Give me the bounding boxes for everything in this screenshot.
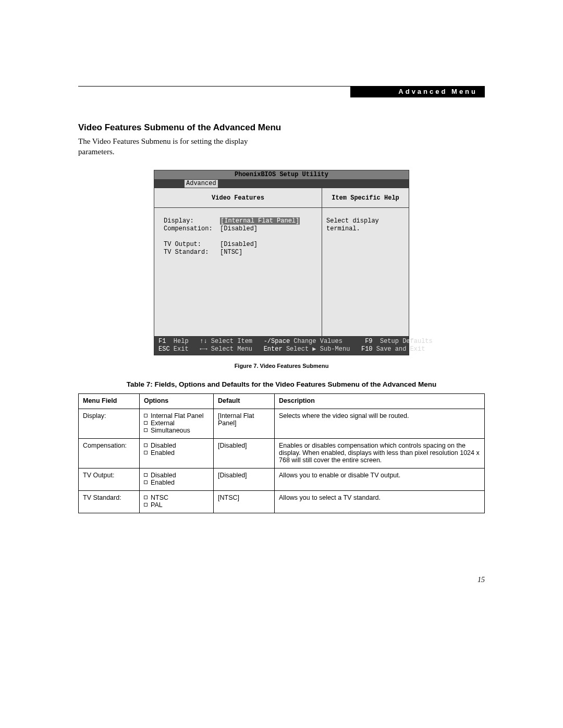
header-section-label: Advanced Menu <box>350 86 485 97</box>
cell-menu-field: Compensation: <box>79 438 140 468</box>
cell-default: [Disabled] <box>214 468 275 490</box>
bios-footer: F1 Help ↑↓ Select Item -/Space Change Va… <box>154 337 409 355</box>
bios-help-text: Select display terminal. <box>322 208 409 336</box>
bios-change-values: Change Values <box>293 338 342 345</box>
cell-options: NTSCPAL <box>140 490 214 513</box>
bios-key-esc: ESC <box>158 346 170 353</box>
cell-default: [Disabled] <box>214 438 275 468</box>
th-default: Default <box>214 393 275 409</box>
bios-row-display-value: [Internal Flat Panel] <box>220 217 300 225</box>
bios-key-f1: F1 <box>158 338 166 345</box>
list-item: Disabled <box>144 442 209 449</box>
cell-description: Selects where the video signal will be r… <box>275 409 485 438</box>
list-item: Disabled <box>144 472 209 479</box>
bios-key-leftright: ←→ <box>200 346 207 353</box>
cell-menu-field: TV Standard: <box>79 490 140 513</box>
bios-key-f9: F9 <box>365 338 372 345</box>
cell-options: DisabledEnabled <box>140 438 214 468</box>
bios-tab-bar: Advanced <box>154 180 409 188</box>
cell-options: DisabledEnabled <box>140 468 214 490</box>
cell-menu-field: Display: <box>79 409 140 438</box>
table-row: TV Standard:NTSCPAL[NTSC]Allows you to s… <box>79 490 485 513</box>
bios-select-submenu: Select ▶ Sub-Menu <box>286 346 350 353</box>
cell-description: Enables or disables compensation which c… <box>275 438 485 468</box>
bios-row-tvoutput-label: TV Output: <box>164 241 201 248</box>
table-row: TV Output:DisabledEnabled[Disabled]Allow… <box>79 468 485 490</box>
cell-default: [NTSC] <box>214 490 275 513</box>
bios-row-display-label: Display: <box>164 217 194 225</box>
list-item: NTSC <box>144 494 209 501</box>
bios-key-updown: ↑↓ <box>200 338 207 345</box>
bios-left-heading: Video Features <box>154 188 322 208</box>
bios-save-exit: Save and Exit <box>376 346 425 353</box>
intro-paragraph: The Video Features Submenu is for settin… <box>78 136 255 157</box>
bios-right-heading: Item Specific Help <box>322 188 409 208</box>
cell-menu-field: TV Output: <box>79 468 140 490</box>
th-description: Description <box>275 393 485 409</box>
list-item: Enabled <box>144 479 209 486</box>
list-item: Internal Flat Panel <box>144 412 209 419</box>
bios-row-tvoutput-value: [Disabled] <box>220 241 258 248</box>
bios-screenshot: PhoenixBIOS Setup Utility Advanced Video… <box>154 170 409 355</box>
th-menu-field: Menu Field <box>79 393 140 409</box>
bios-row-compensation-label: Compensation: <box>164 225 213 232</box>
cell-default: [Internal Flat Panel] <box>214 409 275 438</box>
bios-settings-area: Display: [Internal Flat Panel] Compensat… <box>154 208 322 336</box>
bios-tab-advanced: Advanced <box>185 180 218 188</box>
list-item: External <box>144 419 209 427</box>
bios-key-minus-space: -/Space <box>264 338 290 345</box>
table-header-row: Menu Field Options Default Description <box>79 393 485 409</box>
cell-description: Allows you to select a TV standard. <box>275 490 485 513</box>
page-number: 15 <box>78 576 485 584</box>
bios-title: PhoenixBIOS Setup Utility <box>154 170 409 180</box>
table-title: Table 7: Fields, Options and Defaults fo… <box>78 380 485 388</box>
table-row: Compensation:DisabledEnabled[Disabled]En… <box>79 438 485 468</box>
list-item: Enabled <box>144 449 209 456</box>
bios-row-tvstandard-value: [NTSC] <box>220 249 242 256</box>
section-title: Video Features Submenu of the Advanced M… <box>78 122 485 133</box>
th-options: Options <box>140 393 214 409</box>
fields-table: Menu Field Options Default Description D… <box>78 393 485 513</box>
bios-select-menu: Select Menu <box>211 346 252 353</box>
bios-select-item: Select Item <box>211 338 252 345</box>
table-row: Display:Internal Flat PanelExternalSimul… <box>79 409 485 438</box>
bios-key-help-label: Help <box>174 338 189 345</box>
bios-row-tvstandard-label: TV Standard: <box>164 249 209 256</box>
list-item: PAL <box>144 501 209 509</box>
cell-options: Internal Flat PanelExternalSimultaneous <box>140 409 214 438</box>
cell-description: Allows you to enable or disable TV outpu… <box>275 468 485 490</box>
bios-key-f10: F10 <box>361 346 373 353</box>
bios-row-compensation-value: [Disabled] <box>220 225 258 232</box>
bios-setup-defaults: Setup Defaults <box>380 338 433 345</box>
list-item: Simultaneous <box>144 427 209 434</box>
bios-key-enter: Enter <box>264 346 283 353</box>
figure-caption: Figure 7. Video Features Submenu <box>78 363 485 369</box>
bios-key-exit-label: Exit <box>174 346 189 353</box>
